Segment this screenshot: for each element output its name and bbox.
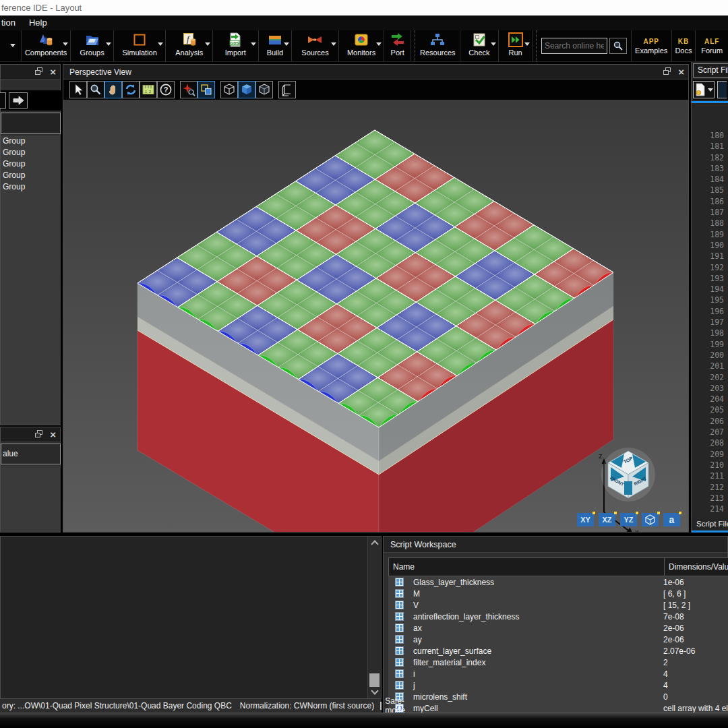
toolbar-button-components[interactable]: Components xyxy=(22,30,71,61)
script-console[interactable] xyxy=(0,536,382,699)
dropdown-arrow-icon[interactable] xyxy=(251,42,256,46)
float-panel-icon[interactable] xyxy=(34,429,43,440)
toolbar-button-cutoff[interactable] xyxy=(0,30,22,61)
tree-item-group[interactable]: Group xyxy=(1,135,61,147)
view-xz-button[interactable]: XZ xyxy=(599,513,615,526)
transparent-view-button[interactable] xyxy=(255,81,273,98)
safe-mode-checkbox[interactable] xyxy=(380,702,382,710)
tab-script-file[interactable]: Script File xyxy=(692,518,728,530)
table-row[interactable]: V[ 15, 2 ] xyxy=(388,599,728,611)
toolbar-button-resources[interactable]: Resources xyxy=(416,30,460,61)
toolbar-button-import[interactable]: GDS Import xyxy=(213,30,259,61)
menu-item-tion[interactable]: tion xyxy=(0,16,22,30)
toolbar-button-check[interactable]: Check xyxy=(460,30,499,61)
toolbar-button-build[interactable]: Build xyxy=(259,30,293,61)
toolbar-button-simulation[interactable]: Simulation xyxy=(114,30,166,61)
status-bar: ory: ...OW\01-Quad Pixel Structure\01-Qu… xyxy=(0,699,382,712)
x-axis-label: x xyxy=(635,528,639,532)
new-script-button[interactable] xyxy=(693,81,715,98)
dropdown-arrow-icon[interactable] xyxy=(491,42,496,46)
search-input[interactable] xyxy=(541,38,607,54)
dropdown-arrow-icon[interactable] xyxy=(524,42,530,46)
table-row[interactable]: i4 xyxy=(388,668,728,679)
table-row[interactable]: ay2e-06 xyxy=(388,634,728,645)
table-row[interactable]: filter_material_index2 xyxy=(388,657,728,668)
tree-item-group[interactable]: Group xyxy=(1,170,61,181)
dropdown-arrow-icon[interactable] xyxy=(10,44,16,47)
tree-item-group[interactable]: Group xyxy=(1,181,61,193)
script-button-cutoff[interactable] xyxy=(717,81,727,98)
help-tool-button[interactable]: ? xyxy=(157,81,175,98)
toolbar-button-run[interactable]: Run xyxy=(499,30,533,61)
dropdown-arrow-icon[interactable] xyxy=(106,42,111,46)
tree-item-group[interactable]: Group xyxy=(1,158,61,170)
view-yz-button[interactable]: YZ xyxy=(620,513,637,526)
toolbar-button-analysis[interactable]: f Analysis xyxy=(166,30,213,61)
solid-view-button[interactable] xyxy=(238,81,255,98)
script-toolbar xyxy=(693,80,728,100)
view-cube[interactable]: TOP FRONT RIGHT xyxy=(601,448,655,502)
table-row[interactable]: current_layer_surface2.07e-06 xyxy=(388,645,728,657)
close-panel-icon[interactable]: × xyxy=(50,67,56,78)
pan-tool-button[interactable] xyxy=(104,81,122,98)
dropdown-arrow-icon[interactable] xyxy=(205,42,210,46)
dropdown-arrow-icon[interactable] xyxy=(284,42,289,46)
scrollbar-thumb[interactable] xyxy=(369,673,380,687)
view-3d-button[interactable] xyxy=(642,513,659,526)
kb-docs-button[interactable]: KB Docs xyxy=(672,30,696,61)
select-tool-button[interactable] xyxy=(69,81,87,98)
variable-matrix-icon xyxy=(395,578,404,586)
properties-panel: × alue xyxy=(0,427,61,533)
variable-value: cell array with 4 ele xyxy=(663,704,728,713)
script-editor[interactable]: 1801811821831841851861871881891901911921… xyxy=(692,105,728,516)
dropdown-arrow-icon[interactable] xyxy=(331,42,336,46)
forward-arrow-button[interactable] xyxy=(9,92,28,109)
toolbar-button-groups[interactable]: Groups xyxy=(71,30,114,61)
table-row[interactable]: M[ 6, 6 ] xyxy=(388,588,728,599)
3d-scene-area[interactable]: z x TOP F xyxy=(63,100,688,532)
fit-selection-button[interactable] xyxy=(198,81,215,98)
app-examples-button[interactable]: APP Examples xyxy=(632,30,672,61)
zoom-extents-button[interactable] xyxy=(180,81,198,98)
section-view-button[interactable] xyxy=(278,81,296,98)
close-panel-icon[interactable]: × xyxy=(678,67,684,78)
right-arrow-icon xyxy=(12,96,24,105)
toolbar-button-monitors[interactable]: Monitors xyxy=(339,30,385,61)
table-row[interactable]: microlens_shift0 xyxy=(388,691,728,702)
table-row[interactable]: ax2e-06 xyxy=(388,622,728,634)
dropdown-arrow-icon[interactable] xyxy=(158,42,163,46)
components-icon xyxy=(38,32,54,48)
dropdown-arrow-icon[interactable] xyxy=(376,42,382,46)
variable-matrix-icon xyxy=(395,669,404,678)
toolbar-button-sources[interactable]: Sources xyxy=(292,30,339,61)
toolbar-button-port[interactable]: Port xyxy=(384,30,411,61)
float-panel-icon[interactable] xyxy=(34,67,43,78)
back-arrow-button[interactable] xyxy=(0,92,6,109)
menu-item-help[interactable]: Help xyxy=(22,16,54,30)
console-scrollbar[interactable] xyxy=(367,537,381,698)
tree-item-group[interactable]: Group xyxy=(1,147,61,158)
search-button[interactable] xyxy=(609,38,627,54)
alf-forum-button[interactable]: ALF Forum xyxy=(696,30,728,61)
column-header-name[interactable]: Name xyxy=(388,557,665,576)
rotate-view-button[interactable] xyxy=(122,81,140,98)
ruler-tool-button[interactable]: 12 xyxy=(140,81,157,98)
float-panel-icon[interactable] xyxy=(663,67,671,78)
variable-value: 4 xyxy=(663,681,668,690)
variable-name: V xyxy=(413,601,419,610)
wireframe-view-button[interactable] xyxy=(220,81,238,98)
table-row[interactable]: antireflection_layer_thickness7e-08 xyxy=(388,611,728,622)
toolbar-separator xyxy=(411,30,415,61)
dropdown-arrow-icon[interactable] xyxy=(708,88,713,92)
scroll-up-button[interactable] xyxy=(368,537,381,549)
scroll-down-button[interactable] xyxy=(368,686,381,698)
zoom-tool-button[interactable] xyxy=(87,81,104,98)
column-header-dimensions-value[interactable]: Dimensions/Value xyxy=(665,557,728,576)
table-row[interactable]: j4 xyxy=(388,679,728,691)
view-axes-button[interactable]: a xyxy=(663,513,680,526)
dropdown-arrow-icon[interactable] xyxy=(63,42,68,46)
close-panel-icon[interactable]: × xyxy=(50,429,56,440)
view-xy-button[interactable]: XY xyxy=(577,513,594,526)
monitors-icon xyxy=(353,32,369,48)
table-row[interactable]: Glass_layer_thickness1e-06 xyxy=(388,576,728,588)
